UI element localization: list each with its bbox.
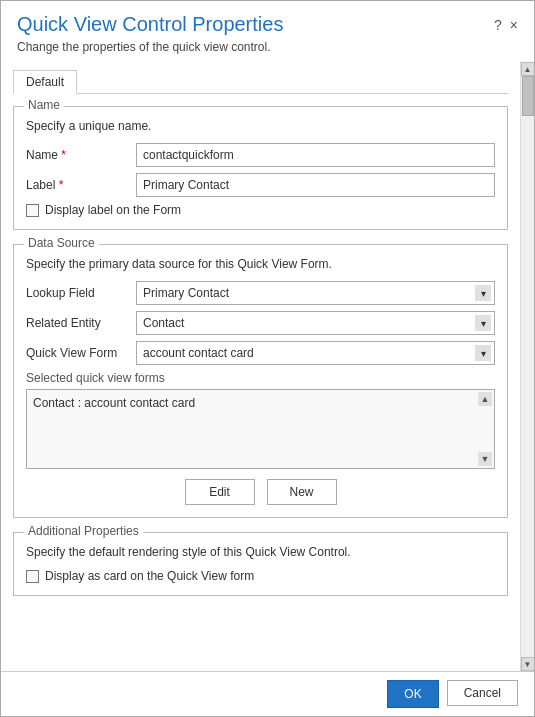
scrollbar-thumb-area — [521, 76, 534, 657]
related-entity-select-wrapper: Contact ▾ — [136, 311, 495, 335]
list-scroll-up-btn[interactable]: ▲ — [478, 392, 492, 406]
quick-view-form-select-wrapper: account contact card ▾ — [136, 341, 495, 365]
related-entity-select[interactable]: Contact — [136, 311, 495, 335]
label-field-row: Label * — [26, 173, 495, 197]
name-section: Name Specify a unique name. Name * Label… — [13, 106, 508, 230]
lookup-field-row: Lookup Field Primary Contact ▾ — [26, 281, 495, 305]
related-entity-label: Related Entity — [26, 316, 136, 330]
name-field-row: Name * — [26, 143, 495, 167]
related-entity-row: Related Entity Contact ▾ — [26, 311, 495, 335]
scrollbar-thumb[interactable] — [522, 76, 534, 116]
quick-view-form-select[interactable]: account contact card — [136, 341, 495, 365]
scroll-up-btn[interactable]: ▲ — [521, 62, 535, 76]
display-card-text: Display as card on the Quick View form — [45, 569, 254, 583]
additional-section-legend: Additional Properties — [24, 524, 143, 538]
display-card-row: Display as card on the Quick View form — [26, 569, 495, 583]
display-label-text: Display label on the Form — [45, 203, 181, 217]
dialog-title-area: Quick View Control Properties Change the… — [17, 13, 494, 54]
datasource-button-row: Edit New — [26, 479, 495, 505]
display-label-checkbox[interactable] — [26, 204, 39, 217]
name-input[interactable] — [136, 143, 495, 167]
dialog-title: Quick View Control Properties — [17, 13, 494, 36]
datasource-section: Data Source Specify the primary data sou… — [13, 244, 508, 518]
quick-view-form-label: Quick View Form — [26, 346, 136, 360]
label-required-star: * — [59, 178, 64, 192]
additional-section: Additional Properties Specify the defaul… — [13, 532, 508, 596]
display-card-checkbox[interactable] — [26, 570, 39, 583]
help-icon[interactable]: ? — [494, 17, 502, 33]
display-label-row: Display label on the Form — [26, 203, 495, 217]
additional-section-desc: Specify the default rendering style of t… — [26, 545, 495, 559]
cancel-button[interactable]: Cancel — [447, 680, 518, 706]
name-section-legend: Name — [24, 98, 64, 112]
dialog-controls: ? × — [494, 17, 518, 33]
scrollbar-area: Default Name Specify a unique name. Name… — [1, 62, 534, 671]
lookup-field-select-wrapper: Primary Contact ▾ — [136, 281, 495, 305]
tab-bar: Default — [13, 70, 508, 94]
dialog-container: Quick View Control Properties Change the… — [0, 0, 535, 717]
dialog-body: Default Name Specify a unique name. Name… — [1, 62, 520, 671]
dialog-header: Quick View Control Properties Change the… — [1, 1, 534, 62]
scroll-down-btn[interactable]: ▼ — [521, 657, 535, 671]
label-input[interactable] — [136, 173, 495, 197]
selected-list: Contact : account contact card ▲ ▼ — [26, 389, 495, 469]
lookup-field-select[interactable]: Primary Contact — [136, 281, 495, 305]
lookup-field-label: Lookup Field — [26, 286, 136, 300]
datasource-section-legend: Data Source — [24, 236, 99, 250]
list-scroll-down-btn[interactable]: ▼ — [478, 452, 492, 466]
ok-button[interactable]: OK — [387, 680, 438, 708]
close-icon[interactable]: × — [510, 17, 518, 33]
scrollbar: ▲ ▼ — [520, 62, 534, 671]
datasource-section-desc: Specify the primary data source for this… — [26, 257, 495, 271]
name-required-star: * — [61, 148, 66, 162]
quick-view-form-row: Quick View Form account contact card ▾ — [26, 341, 495, 365]
name-section-desc: Specify a unique name. — [26, 119, 495, 133]
edit-button[interactable]: Edit — [185, 479, 255, 505]
list-item: Contact : account contact card — [33, 394, 488, 412]
dialog-footer: OK Cancel — [1, 671, 534, 716]
label-label: Label * — [26, 178, 136, 192]
selected-label: Selected quick view forms — [26, 371, 495, 385]
name-label: Name * — [26, 148, 136, 162]
tab-default[interactable]: Default — [13, 70, 77, 94]
new-button[interactable]: New — [267, 479, 337, 505]
dialog-subtitle: Change the properties of the quick view … — [17, 40, 494, 54]
